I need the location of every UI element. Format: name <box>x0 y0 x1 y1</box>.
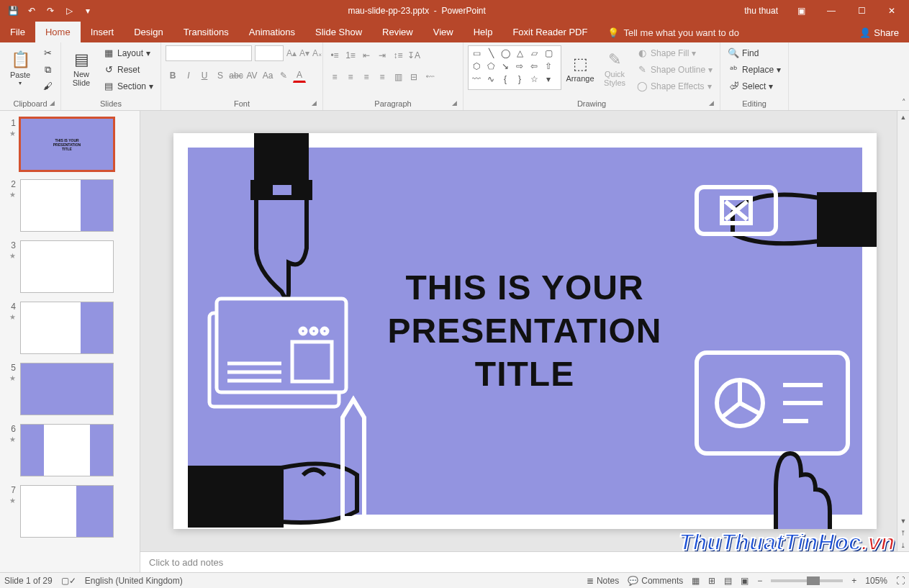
shrink-font-icon[interactable]: A▾ <box>299 48 309 58</box>
font-family-select[interactable] <box>166 45 252 61</box>
shape-outline-button[interactable]: ✎Shape Outline ▾ <box>633 62 715 77</box>
tell-me-search[interactable]: 💡 Tell me what you want to do <box>597 27 749 42</box>
replace-button[interactable]: ᵃᵇReplace ▾ <box>725 62 784 77</box>
thumbnail-4[interactable]: 4★ <box>0 300 140 361</box>
comments-toggle[interactable]: 💬 Comments <box>628 576 683 586</box>
dialog-launcher-icon[interactable]: ◢ <box>50 99 55 107</box>
dialog-launcher-icon[interactable]: ◢ <box>452 99 457 107</box>
align-right-button[interactable]: ≡ <box>359 70 374 84</box>
thumbnail-5[interactable]: 5★ <box>0 361 140 422</box>
find-button[interactable]: 🔍Find <box>725 45 784 60</box>
dialog-launcher-icon[interactable]: ◢ <box>312 99 317 107</box>
numbering-button[interactable]: 1≡ <box>343 48 358 63</box>
tab-view[interactable]: View <box>423 22 463 42</box>
font-size-select[interactable] <box>255 45 284 61</box>
reading-view-icon[interactable]: ▤ <box>724 576 732 586</box>
notes-pane[interactable]: Click to add notes <box>140 551 909 572</box>
spell-check-icon[interactable]: ▢✓ <box>61 576 76 586</box>
cut-button[interactable]: ✂ <box>39 45 56 60</box>
copy-button[interactable]: ⧉ <box>39 62 56 77</box>
tab-review[interactable]: Review <box>372 22 423 42</box>
clear-format-icon[interactable]: Aₓ <box>312 48 322 58</box>
thumbnail-2[interactable]: 2★ <box>0 178 140 239</box>
tab-transitions[interactable]: Transitions <box>173 22 239 42</box>
smartart-button[interactable]: ⬳ <box>422 70 437 84</box>
slide[interactable]: THIS IS YOUR PRESENTATION TITLE <box>173 133 877 529</box>
slide-title-text[interactable]: THIS IS YOUR PRESENTATION TITLE <box>388 266 662 396</box>
font-color-button[interactable]: A <box>292 68 307 83</box>
highlight-button[interactable]: ✎ <box>276 68 291 83</box>
strike-button[interactable]: abc <box>229 68 243 83</box>
tab-slideshow[interactable]: Slide Show <box>305 22 372 42</box>
indent-dec-button[interactable]: ⇤ <box>359 48 374 63</box>
close-icon[interactable]: ✕ <box>877 0 906 21</box>
zoom-level[interactable]: 105% <box>865 576 887 586</box>
minimize-icon[interactable]: — <box>817 0 846 21</box>
notes-toggle[interactable]: ≣ Notes <box>587 576 619 586</box>
thumbnail-3[interactable]: 3★ <box>0 239 140 300</box>
start-slideshow-icon[interactable]: ▷ <box>60 2 78 19</box>
paste-button[interactable]: 📋 Paste ▾ <box>4 45 36 93</box>
scroll-up-icon[interactable]: ▲ <box>897 111 909 123</box>
grow-font-icon[interactable]: A▴ <box>286 48 297 58</box>
columns-button[interactable]: ▥ <box>391 70 405 84</box>
quick-styles-button[interactable]: ✎ Quick Styles <box>599 45 630 93</box>
collapse-ribbon-icon[interactable]: ˄ <box>902 98 906 107</box>
slideshow-view-icon[interactable]: ▣ <box>741 576 749 586</box>
prev-slide-icon[interactable]: ⤒ <box>897 527 909 539</box>
slide-canvas-area[interactable]: THIS IS YOUR PRESENTATION TITLE ▲ ▼ ⤒ ⤓ <box>140 111 909 551</box>
line-spacing-button[interactable]: ↕≡ <box>391 48 405 63</box>
zoom-out-icon[interactable]: − <box>757 576 762 586</box>
tab-foxit[interactable]: Foxit Reader PDF <box>502 22 597 42</box>
shadow-button[interactable]: S <box>213 68 227 83</box>
section-button[interactable]: ▤Section ▾ <box>100 78 156 94</box>
vertical-scrollbar[interactable]: ▲ ▼ ⤒ ⤓ <box>897 111 909 551</box>
format-painter-button[interactable]: 🖌 <box>39 78 56 94</box>
bullets-button[interactable]: •≡ <box>327 48 342 63</box>
undo-icon[interactable]: ↶ <box>23 2 40 19</box>
reset-button[interactable]: ↺Reset <box>100 62 156 77</box>
zoom-slider[interactable] <box>771 579 843 582</box>
shape-fill-button[interactable]: ◐Shape Fill ▾ <box>633 45 715 60</box>
thumbnail-6[interactable]: 6★ <box>0 422 140 484</box>
select-button[interactable]: ⮰Select ▾ <box>725 78 784 94</box>
maximize-icon[interactable]: ☐ <box>847 0 876 21</box>
layout-button[interactable]: ▦Layout ▾ <box>100 45 156 60</box>
slide-thumbnails-panel[interactable]: 1★ 2★ 3★ 4★ 5★ 6★ 7★ <box>0 111 140 572</box>
qat-customize-icon[interactable]: ▾ <box>79 2 96 19</box>
tab-insert[interactable]: Insert <box>81 22 125 42</box>
align-text-button[interactable]: ⊟ <box>407 70 421 84</box>
share-button[interactable]: 👤 Share <box>849 27 909 42</box>
sorter-view-icon[interactable]: ⊞ <box>708 576 715 586</box>
new-slide-button[interactable]: ▤ New Slide <box>65 45 97 93</box>
dialog-launcher-icon[interactable]: ◢ <box>709 99 714 107</box>
bold-button[interactable]: B <box>166 68 180 83</box>
shapes-gallery[interactable]: ▭╲◯△▱▢ ⬡⬠↘⇨⇦⇧ 〰∿{}☆▾ <box>468 45 561 90</box>
tab-animations[interactable]: Animations <box>239 22 305 42</box>
normal-view-icon[interactable]: ▦ <box>692 576 700 586</box>
justify-button[interactable]: ≡ <box>375 70 389 84</box>
tab-file[interactable]: File <box>0 22 35 42</box>
tab-design[interactable]: Design <box>124 22 173 42</box>
shape-effects-button[interactable]: ◯Shape Effects ▾ <box>633 78 715 94</box>
indent-inc-button[interactable]: ⇥ <box>375 48 389 63</box>
ribbon-display-icon[interactable]: ▣ <box>787 0 815 21</box>
thumbnail-7[interactable]: 7★ <box>0 484 140 545</box>
case-button[interactable]: Aa <box>261 68 275 83</box>
spacing-button[interactable]: AV <box>245 68 259 83</box>
slide-counter[interactable]: Slide 1 of 29 <box>4 576 53 586</box>
align-center-button[interactable]: ≡ <box>343 70 358 84</box>
language-status[interactable]: English (United Kingdom) <box>85 576 183 586</box>
text-direction-button[interactable]: ↧A <box>407 48 421 63</box>
tab-home[interactable]: Home <box>35 22 81 42</box>
italic-button[interactable]: I <box>181 68 196 83</box>
save-icon[interactable]: 💾 <box>4 2 22 19</box>
tab-help[interactable]: Help <box>463 22 503 42</box>
account-name[interactable]: thu thuat <box>737 0 785 21</box>
zoom-in-icon[interactable]: + <box>851 576 856 586</box>
redo-icon[interactable]: ↷ <box>42 2 59 19</box>
underline-button[interactable]: U <box>197 68 212 83</box>
thumbnail-1[interactable]: 1★ <box>0 117 140 178</box>
next-slide-icon[interactable]: ⤓ <box>897 539 909 551</box>
fit-window-icon[interactable]: ⛶ <box>896 576 905 586</box>
